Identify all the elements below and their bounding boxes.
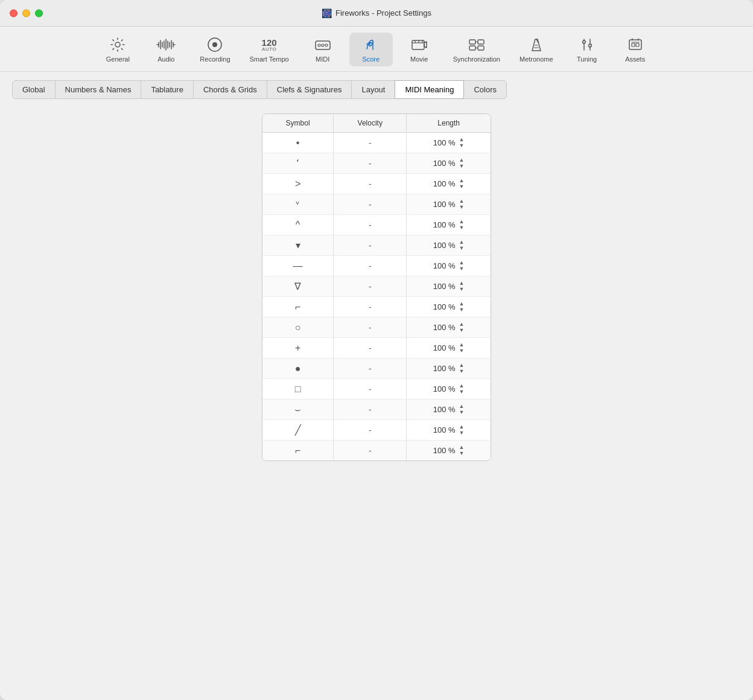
length-cell: 100 %▲▼ xyxy=(407,420,491,441)
velocity-cell: - xyxy=(334,379,407,399)
velocity-header: Velocity xyxy=(334,114,407,133)
svg-rect-22 xyxy=(632,43,635,46)
length-value: 100 % xyxy=(433,405,456,414)
table-header-row: Symbol Velocity Length xyxy=(262,114,491,133)
toolbar-audio-label: Audio xyxy=(157,56,174,63)
length-value: 100 % xyxy=(433,282,456,291)
length-cell: 100 %▲▼ xyxy=(407,256,491,276)
length-cell: 100 %▲▼ xyxy=(407,215,491,235)
table-row: ╱-100 %▲▼ xyxy=(262,420,491,441)
length-stepper[interactable]: ▲▼ xyxy=(459,363,465,374)
audio-waveform-icon xyxy=(156,36,176,53)
length-value: 100 % xyxy=(433,343,456,352)
table-row: ▾-100 %▲▼ xyxy=(262,235,491,256)
length-cell: 100 %▲▼ xyxy=(407,276,491,297)
velocity-cell: - xyxy=(334,338,407,358)
table-row: +-100 %▲▼ xyxy=(262,338,491,358)
velocity-cell: - xyxy=(334,194,407,215)
length-cell: 100 %▲▼ xyxy=(407,379,491,399)
subtab-layout[interactable]: Layout xyxy=(351,80,395,99)
subtab-tablature[interactable]: Tablature xyxy=(141,80,193,99)
subtab-chords-grids[interactable]: Chords & Grids xyxy=(193,80,267,99)
svg-rect-13 xyxy=(478,40,484,44)
length-stepper[interactable]: ▲▼ xyxy=(459,219,465,231)
table-row: ●-100 %▲▼ xyxy=(262,358,491,379)
toolbar-item-smart-tempo[interactable]: 120 AUTO Smart Tempo xyxy=(243,33,296,66)
length-stepper[interactable]: ▲▼ xyxy=(459,137,465,148)
traffic-lights xyxy=(10,9,43,17)
length-stepper[interactable]: ▲▼ xyxy=(459,383,465,395)
subtab-numbers-names[interactable]: Numbers & Names xyxy=(55,80,142,99)
window-icon: 🎆 xyxy=(322,8,332,18)
length-stepper[interactable]: ▲▼ xyxy=(459,342,465,354)
symbol-cell: ○ xyxy=(262,317,334,338)
toolbar-smart-tempo-label: Smart Tempo xyxy=(250,56,289,63)
close-button[interactable] xyxy=(10,9,17,17)
symbol-cell: • xyxy=(262,133,334,153)
symbol-cell: ^ xyxy=(262,215,334,235)
length-stepper[interactable]: ▲▼ xyxy=(459,240,465,251)
toolbar-movie-label: Movie xyxy=(410,56,428,63)
main-content: Symbol Velocity Length •-100 %▲▼ʻ-100 %▲… xyxy=(0,99,753,700)
maximize-button[interactable] xyxy=(35,9,43,17)
subtab-midi-meaning[interactable]: MIDI Meaning xyxy=(395,80,464,99)
subtab-global[interactable]: Global xyxy=(12,80,56,99)
svg-point-2 xyxy=(212,42,217,47)
svg-point-5 xyxy=(322,44,324,46)
symbol-cell: ⌐ xyxy=(262,297,334,317)
midi-meaning-table: Symbol Velocity Length •-100 %▲▼ʻ-100 %▲… xyxy=(262,114,491,460)
symbol-cell: ᵛ xyxy=(262,194,334,215)
length-stepper[interactable]: ▲▼ xyxy=(459,199,465,210)
subtab-colors[interactable]: Colors xyxy=(463,80,507,99)
length-stepper[interactable]: ▲▼ xyxy=(459,404,465,415)
symbol-cell: — xyxy=(262,256,334,276)
symbol-cell: ⌣ xyxy=(262,399,334,420)
tuning-icon xyxy=(579,36,595,53)
length-stepper[interactable]: ▲▼ xyxy=(459,424,465,436)
symbol-cell: ● xyxy=(262,358,334,379)
length-value: 100 % xyxy=(433,138,456,147)
length-value: 100 % xyxy=(433,179,456,188)
velocity-cell: - xyxy=(334,317,407,338)
length-stepper[interactable]: ▲▼ xyxy=(459,158,465,169)
metronome-icon xyxy=(529,36,544,53)
toolbar-item-general[interactable]: General xyxy=(96,33,139,66)
toolbar-item-synchronization[interactable]: Synchronization xyxy=(446,33,507,66)
toolbar-item-assets[interactable]: Assets xyxy=(614,33,657,66)
length-stepper[interactable]: ▲▼ xyxy=(459,281,465,292)
table-row: •-100 %▲▼ xyxy=(262,133,491,153)
recording-icon xyxy=(207,36,223,53)
toolbar-item-movie[interactable]: Movie xyxy=(398,33,441,66)
toolbar-item-score[interactable]: Score xyxy=(349,33,393,66)
midi-meaning-table-container: Symbol Velocity Length •-100 %▲▼ʻ-100 %▲… xyxy=(262,113,491,461)
sync-icon xyxy=(468,36,485,53)
toolbar-item-midi[interactable]: MIDI xyxy=(301,33,345,66)
length-cell: 100 %▲▼ xyxy=(407,338,491,358)
length-cell: 100 %▲▼ xyxy=(407,133,491,153)
symbol-cell: ▾ xyxy=(262,235,334,256)
toolbar-item-audio[interactable]: Audio xyxy=(144,33,188,66)
length-stepper[interactable]: ▲▼ xyxy=(459,260,465,272)
length-stepper[interactable]: ▲▼ xyxy=(459,322,465,333)
length-value: 100 % xyxy=(433,220,456,229)
toolbar-item-metronome[interactable]: Metronome xyxy=(512,33,561,66)
svg-rect-14 xyxy=(469,46,475,50)
length-stepper[interactable]: ▲▼ xyxy=(459,445,465,456)
subtab-clefs-signatures[interactable]: Clefs & Signatures xyxy=(267,80,352,99)
length-value: 100 % xyxy=(433,384,456,393)
length-stepper[interactable]: ▲▼ xyxy=(459,301,465,313)
titlebar: 🎆 Fireworks - Project Settings xyxy=(0,0,753,27)
table-row: □-100 %▲▼ xyxy=(262,379,491,399)
svg-point-6 xyxy=(325,44,328,46)
assets-icon xyxy=(628,36,643,53)
main-window: 🎆 Fireworks - Project Settings General A… xyxy=(0,0,753,700)
table-row: ○-100 %▲▼ xyxy=(262,317,491,338)
toolbar-item-recording[interactable]: Recording xyxy=(192,33,237,66)
toolbar-tuning-label: Tuning xyxy=(577,56,597,63)
toolbar-item-tuning[interactable]: Tuning xyxy=(565,33,609,66)
table-row: ⌐-100 %▲▼ xyxy=(262,297,491,317)
length-stepper[interactable]: ▲▼ xyxy=(459,178,465,189)
symbol-cell: ⌐ xyxy=(262,441,334,461)
symbol-cell: > xyxy=(262,174,334,194)
minimize-button[interactable] xyxy=(22,9,30,17)
